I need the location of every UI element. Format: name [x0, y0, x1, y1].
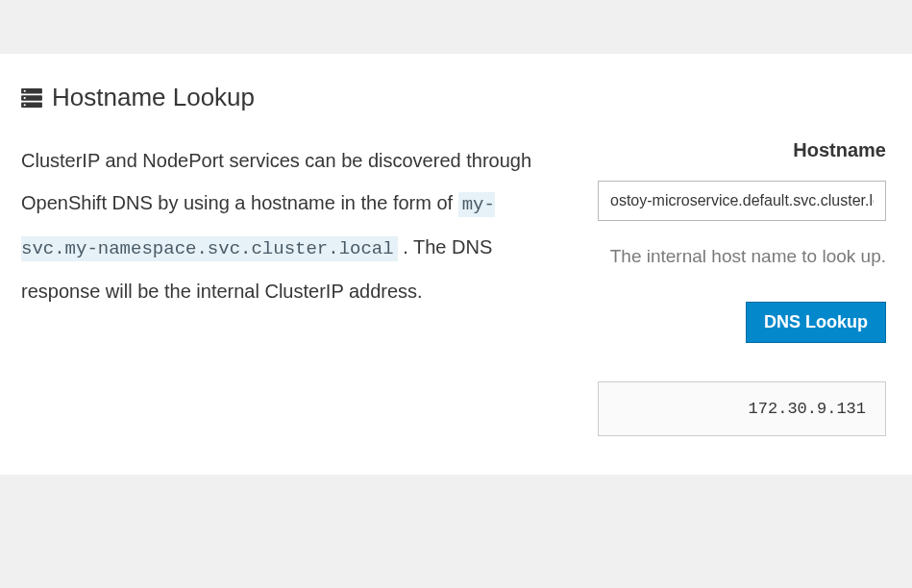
server-icon — [21, 88, 42, 108]
card-header: Hostname Lookup — [21, 83, 891, 112]
hostname-label: Hostname — [793, 139, 886, 161]
hostname-help-text: The internal host name to look up. — [598, 236, 886, 277]
content-row: ClusterIP and NodePort services can be d… — [21, 139, 891, 436]
lookup-form: Hostname The internal host name to look … — [598, 139, 886, 436]
svg-point-5 — [24, 104, 26, 106]
hostname-lookup-card: Hostname Lookup ClusterIP and NodePort s… — [0, 54, 912, 475]
hostname-input[interactable] — [598, 181, 886, 221]
dns-result: 172.30.9.131 — [598, 381, 886, 436]
page-title: Hostname Lookup — [52, 83, 255, 112]
description-text: ClusterIP and NodePort services can be d… — [21, 139, 559, 436]
description-part1: ClusterIP and NodePort services can be d… — [21, 150, 531, 213]
svg-point-4 — [24, 96, 26, 98]
dns-lookup-button[interactable]: DNS Lookup — [746, 302, 886, 343]
svg-point-3 — [24, 89, 26, 91]
